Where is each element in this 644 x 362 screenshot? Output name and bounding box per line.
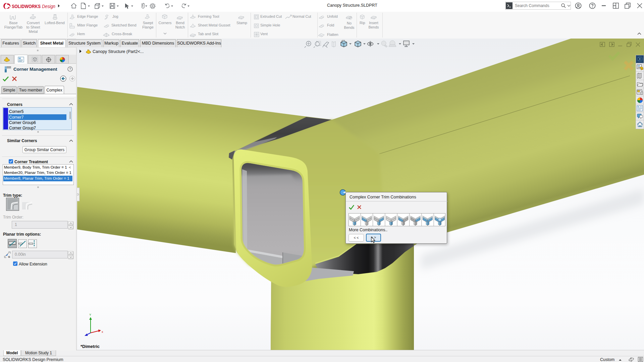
svg-text:x: x [102,330,103,334]
svg-text:Design: Design [42,4,55,9]
svg-text:Y: Y [89,313,91,316]
svg-text:G: G [8,255,10,258]
svg-text:*Dimetric: *Dimetric [80,344,100,349]
svg-text:?: ? [69,67,71,71]
svg-text:Canopy Structure (Part2<...: Canopy Structure (Part2<... [93,49,144,54]
svg-text:SOLIDWORKS: SOLIDWORKS [12,3,41,9]
